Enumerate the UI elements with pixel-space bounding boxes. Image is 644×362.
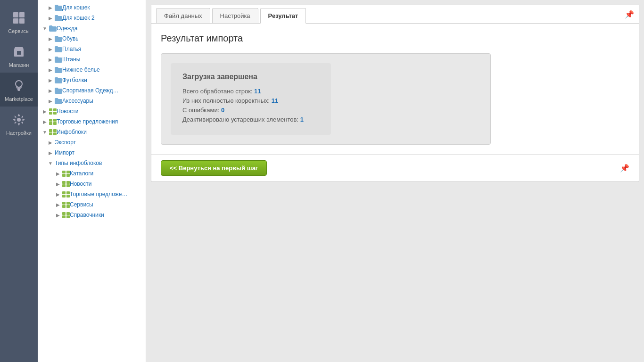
folder-icon [49, 25, 57, 32]
nav-item-cats[interactable]: ▶ Для кошек [38, 2, 146, 13]
nav-item-export[interactable]: ▶ Экспорт [38, 137, 146, 148]
nav-item-types[interactable]: ▼ Типы инфоблоков [38, 158, 146, 168]
nav-link[interactable]: Нижнее белье [62, 66, 100, 73]
nav-item-underwear[interactable]: ▶ Нижнее белье [38, 65, 146, 75]
folder-icon [55, 15, 62, 21]
marketplace-icon [10, 77, 27, 94]
nav-item-trade[interactable]: ▶ Торговые предложения [38, 116, 146, 127]
nav-link[interactable]: Торговые предложе… [70, 191, 128, 197]
svg-rect-21 [62, 171, 66, 173]
nav-item-shoes[interactable]: ▶ Обувь [38, 33, 146, 44]
nav-panel: ▶ Для кошек ▶ Для кошек 2 ▼ Одежда ▶ Обу… [38, 0, 146, 362]
nav-item-dresses[interactable]: ▶ Платья [38, 44, 146, 54]
svg-rect-19 [49, 132, 52, 135]
tab-result[interactable]: Результат [260, 8, 306, 24]
nav-link[interactable]: Типы инфоблоков [55, 160, 102, 166]
nav-link[interactable]: Сервисы [70, 201, 93, 208]
tab-settings[interactable]: Настройка [212, 8, 258, 23]
svg-rect-40 [66, 215, 70, 218]
nav-link[interactable]: Для кошек [62, 4, 90, 11]
result-line-total: Всего обработано строк: 11 [182, 88, 319, 95]
services-icon [10, 9, 27, 26]
nav-item-accessories[interactable]: ▶ Аксессуары [38, 96, 146, 106]
arrow-icon: ▼ [41, 129, 48, 135]
svg-rect-36 [66, 205, 70, 208]
back-button[interactable]: << Вернуться на первый шаг [161, 160, 267, 176]
nav-item-import[interactable]: ▶ Импорт [38, 148, 146, 158]
svg-rect-20 [53, 132, 57, 135]
nav-link[interactable]: Новости [57, 108, 78, 115]
svg-point-8 [17, 118, 21, 122]
nav-item-sport[interactable]: ▶ Спортивная Одежд… [38, 85, 146, 96]
main-content: Файл данных Настройка Результат 📌 Резуль… [146, 0, 644, 362]
folder-icon [55, 88, 62, 94]
shop-icon [10, 43, 27, 60]
folder-icon [55, 77, 62, 83]
result-val-total: 11 [254, 88, 261, 95]
svg-rect-39 [62, 215, 66, 218]
arrow-icon: ▶ [47, 35, 54, 42]
nav-link[interactable]: Справочники [70, 212, 104, 218]
result-line-label: Из них полностью корректных: [182, 97, 272, 104]
nav-link[interactable]: Аксессуары [62, 98, 93, 104]
nav-item-pants[interactable]: ▶ Штаны [38, 54, 146, 65]
nav-link[interactable]: Экспорт [55, 139, 76, 146]
nav-link[interactable]: Импорт [55, 149, 74, 156]
nav-item-infoblocks[interactable]: ▼ Инфоблоки [38, 127, 146, 137]
nav-item-clothes[interactable]: ▼ Одежда [38, 23, 146, 33]
folder-icon [55, 98, 62, 104]
sidebar-item-services[interactable]: Сервисы [0, 5, 38, 39]
nav-item-catalogs[interactable]: ▶ Каталоги [38, 168, 146, 179]
nav-link[interactable]: Одежда [57, 25, 77, 32]
tab-file[interactable]: Файл данных [156, 8, 210, 23]
nav-item-tshirts[interactable]: ▶ Футболки [38, 75, 146, 85]
result-title: Загрузка завершена [182, 73, 319, 81]
nav-link[interactable]: Каталоги [70, 170, 93, 177]
arrow-icon: ▶ [47, 139, 54, 146]
grid-icon [49, 119, 57, 125]
sidebar-item-marketplace[interactable]: Marketplace [0, 73, 38, 107]
nav-item-news[interactable]: ▶ Новости [38, 106, 146, 116]
svg-rect-13 [49, 119, 52, 122]
nav-item-directories[interactable]: ▶ Справочники [38, 210, 146, 220]
pin-icon[interactable]: 📌 [625, 10, 634, 19]
nav-link[interactable]: Инфоблоки [57, 129, 87, 135]
arrow-icon: ▼ [41, 25, 48, 32]
nav-item-news2[interactable]: ▶ Новости [38, 179, 146, 189]
arrow-icon: ▶ [47, 56, 54, 63]
nav-link[interactable]: Торговые предложения [57, 118, 118, 125]
arrow-icon: ▶ [41, 108, 48, 115]
result-inner: Загрузка завершена Всего обработано стро… [171, 63, 331, 135]
result-line-label: Всего обработано строк: [182, 88, 254, 95]
arrow-icon: ▶ [47, 15, 54, 21]
arrow-icon: ▶ [47, 98, 54, 104]
svg-rect-3 [19, 18, 25, 24]
nav-link[interactable]: Спортивная Одежд… [62, 87, 119, 94]
arrow-icon: ▶ [47, 87, 54, 94]
tabs-list: Файл данных Настройка Результат [156, 5, 308, 23]
nav-link[interactable]: Платья [62, 46, 81, 52]
result-line-deactivated: Деактивировано устаревших элементов: 1 [182, 116, 319, 123]
nav-item-services[interactable]: ▶ Сервисы [38, 199, 146, 210]
svg-rect-14 [53, 119, 57, 122]
svg-rect-34 [66, 202, 70, 205]
svg-rect-17 [49, 129, 52, 132]
arrow-icon: ▶ [55, 201, 61, 208]
nav-link[interactable]: Футболки [62, 77, 87, 83]
nav-link[interactable]: Обувь [62, 35, 79, 42]
sidebar-item-shop[interactable]: Магазин [0, 39, 38, 73]
nav-item-cats2[interactable]: ▶ Для кошек 2 [38, 13, 146, 23]
nav-item-trade2[interactable]: ▶ Торговые предложе… [38, 189, 146, 199]
nav-link[interactable]: Штаны [62, 56, 80, 63]
sidebar-item-services-label: Сервисы [8, 28, 30, 34]
sidebar-item-settings[interactable]: Настройки [0, 107, 38, 140]
folder-icon [55, 5, 62, 11]
nav-link[interactable]: Новости [70, 181, 91, 187]
footer-pin-icon[interactable]: 📌 [620, 164, 629, 173]
arrow-icon: ▶ [41, 118, 48, 125]
arrow-icon: ▼ [47, 160, 54, 166]
nav-link[interactable]: Для кошек 2 [62, 15, 95, 21]
svg-rect-9 [49, 108, 52, 111]
arrow-icon: ▶ [55, 212, 61, 218]
svg-rect-15 [49, 122, 52, 125]
